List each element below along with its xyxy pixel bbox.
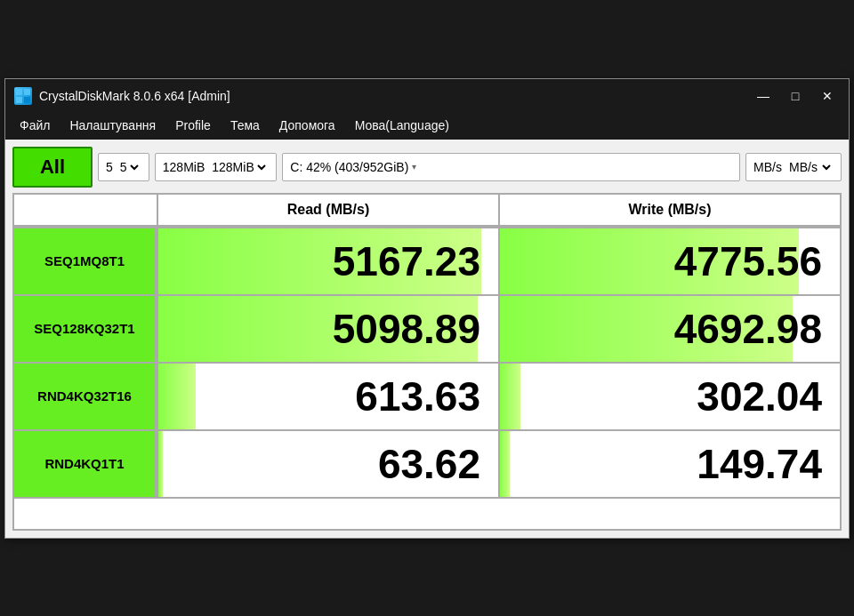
header-read: Read (MB/s)	[157, 195, 498, 225]
row-read-seq1m: 5167.23	[157, 228, 498, 294]
menu-profile[interactable]: Profile	[166, 115, 220, 136]
runs-value: 5	[106, 160, 113, 174]
app-icon	[14, 87, 32, 105]
row-write-rnd4k-q1: 149.74	[498, 431, 840, 497]
title-bar-controls: — □ ✕	[751, 85, 840, 107]
row-label-line1: RND4K	[44, 455, 91, 473]
menu-language[interactable]: Мова(Language)	[346, 115, 458, 136]
menu-bar: Файл Налаштування Profile Тема Допомога …	[5, 113, 849, 140]
row-label-line2: Q32T1	[94, 320, 135, 338]
size-value: 128MiB	[163, 160, 205, 174]
read-value-seq128k: 5098.89	[333, 305, 480, 353]
row-write-seq128k: 4692.98	[498, 296, 840, 362]
menu-file[interactable]: Файл	[11, 115, 59, 136]
row-label-seq1m: SEQ1M Q8T1	[14, 228, 157, 294]
content-area: All 5 1 3 5 9 128MiB 16MiB 64MiB 128MiB …	[5, 140, 849, 538]
row-read-seq128k: 5098.89	[157, 296, 498, 362]
row-read-rnd4k-q1: 63.62	[157, 431, 498, 497]
title-bar-left: CrystalDiskMark 8.0.6 x64 [Admin]	[14, 87, 230, 105]
menu-settings[interactable]: Налаштування	[60, 115, 165, 136]
close-button[interactable]: ✕	[815, 85, 840, 107]
write-value-seq128k: 4692.98	[674, 305, 822, 353]
write-value-seq1m: 4775.56	[674, 237, 822, 285]
results-table: Read (MB/s) Write (MB/s) SEQ1M Q8T1 5167…	[12, 193, 842, 531]
read-value-rnd4k-q32: 613.63	[355, 372, 480, 420]
table-row: RND4K Q32T16 613.63 302.04	[14, 362, 840, 429]
read-value-rnd4k-q1: 63.62	[378, 440, 480, 488]
minimize-button[interactable]: —	[751, 85, 776, 107]
header-write: Write (MB/s)	[498, 195, 840, 225]
read-value-seq1m: 5167.23	[333, 237, 480, 285]
row-label-rnd4k-q1: RND4K Q1T1	[14, 431, 157, 497]
all-button[interactable]: All	[12, 147, 93, 188]
title-bar: CrystalDiskMark 8.0.6 x64 [Admin] — □ ✕	[5, 79, 849, 113]
table-row: RND4K Q1T1 63.62 149.74	[14, 429, 840, 497]
row-label-line1: SEQ128K	[34, 320, 94, 338]
menu-theme[interactable]: Тема	[222, 115, 269, 136]
main-window: CrystalDiskMark 8.0.6 x64 [Admin] — □ ✕ …	[4, 78, 850, 539]
svg-rect-3	[24, 97, 30, 103]
row-label-line2: Q8T1	[92, 252, 125, 270]
row-label-seq128k: SEQ128K Q32T1	[14, 296, 157, 362]
header-col1	[14, 195, 157, 225]
table-header: Read (MB/s) Write (MB/s)	[14, 195, 840, 227]
drive-dropdown[interactable]: C: 42% (403/952GiB) C: 42% (403/952GiB) …	[282, 153, 740, 181]
row-label-rnd4k-q32: RND4K Q32T16	[14, 364, 157, 429]
row-write-rnd4k-q32: 302.04	[498, 364, 840, 429]
svg-rect-2	[16, 97, 22, 103]
empty-row	[14, 497, 840, 529]
row-label-line2: Q1T1	[91, 455, 125, 473]
table-row: SEQ128K Q32T1 5098.89 4692.98	[14, 294, 840, 362]
write-value-rnd4k-q32: 302.04	[697, 372, 822, 420]
size-select[interactable]: 16MiB 64MiB 128MiB 256MiB 512MiB 1GiB	[208, 159, 269, 175]
row-label-line1: RND4K	[37, 388, 84, 405]
table-row: SEQ1M Q8T1 5167.23 4775.56	[14, 227, 840, 294]
runs-dropdown[interactable]: 5 1 3 5 9	[98, 153, 149, 181]
svg-rect-0	[16, 89, 22, 95]
menu-help[interactable]: Допомога	[270, 115, 344, 136]
runs-select[interactable]: 1 3 5 9	[117, 159, 141, 175]
row-label-line2: Q32T16	[84, 388, 132, 405]
row-read-rnd4k-q32: 613.63	[157, 364, 498, 429]
toolbar: All 5 1 3 5 9 128MiB 16MiB 64MiB 128MiB …	[12, 147, 842, 188]
size-dropdown[interactable]: 128MiB 16MiB 64MiB 128MiB 256MiB 512MiB …	[155, 153, 277, 181]
write-value-rnd4k-q1: 149.74	[697, 440, 822, 488]
maximize-button[interactable]: □	[783, 85, 808, 107]
svg-rect-1	[24, 89, 30, 95]
window-title: CrystalDiskMark 8.0.6 x64 [Admin]	[39, 89, 230, 103]
row-label-line1: SEQ1M	[44, 252, 92, 270]
row-write-seq1m: 4775.56	[498, 228, 840, 294]
